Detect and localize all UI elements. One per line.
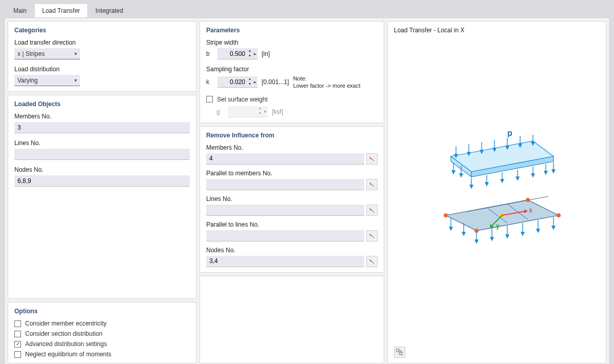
label-lo-members: Members No. [14, 113, 190, 120]
svg-marker-35 [552, 170, 555, 173]
checkbox-advanced[interactable] [14, 341, 21, 348]
svg-point-41 [526, 198, 530, 202]
pick-button-par-members[interactable] [366, 179, 378, 190]
svg-marker-19 [452, 171, 455, 174]
symbol-b: b [206, 50, 213, 57]
input-lo-lines[interactable] [14, 149, 190, 160]
spin-right-icon[interactable]: ▸ [252, 48, 258, 59]
tab-load-transfer[interactable]: Load Transfer [35, 4, 87, 17]
preview-diagram: p [394, 38, 600, 347]
panel-parameters: Parameters Stripe width b ▴▾ ▸ [in] Samp… [200, 21, 384, 123]
spin-down-icon[interactable]: ▾ [247, 82, 252, 87]
input-rm-lines[interactable] [206, 205, 364, 216]
svg-rect-67 [397, 349, 399, 352]
svg-marker-25 [485, 183, 488, 186]
input-rm-par-lines[interactable] [206, 230, 364, 241]
note-sampling: Note: Lower factor -> more exact [293, 75, 360, 90]
svg-marker-58 [490, 237, 493, 240]
spinner-stripe-width[interactable]: ▴▾ ▸ [217, 48, 258, 59]
svg-marker-33 [544, 171, 547, 174]
svg-marker-64 [537, 229, 540, 232]
input-sampling-factor[interactable] [217, 76, 247, 88]
svg-text:y: y [496, 223, 500, 230]
label-set-weight: Set surface weight [217, 96, 268, 103]
panel-title-categories: Categories [14, 27, 190, 34]
label-stripe-width: Stripe width [206, 39, 378, 46]
svg-marker-62 [521, 232, 524, 235]
symbol-g: g [216, 108, 224, 115]
panel-preview: Load Transfer - Local in X p [387, 21, 606, 363]
spinner-sampling-factor[interactable]: ▴▾ ▸ [217, 76, 258, 88]
chevron-down-icon: ▾ [74, 51, 77, 56]
panel-title-options: Options [14, 308, 190, 315]
preview-tool-button[interactable] [394, 347, 405, 358]
label-distribution: Load distribution [14, 66, 190, 73]
svg-marker-31 [531, 174, 534, 177]
label-rm-par-members: Parallel to members No. [206, 170, 378, 177]
svg-text:p: p [507, 129, 512, 137]
svg-marker-54 [462, 232, 465, 235]
select-direction[interactable]: x | Stripes ▾ [14, 48, 80, 59]
svg-marker-21 [460, 174, 463, 177]
chevron-down-icon: ▾ [74, 77, 77, 83]
svg-point-42 [557, 213, 561, 217]
panel-options: Options Consider member eccentricity Con… [8, 302, 196, 363]
label-advanced: Advanced distribution settings [25, 340, 107, 348]
svg-marker-52 [449, 227, 452, 230]
label-rm-nodes: Nodes No. [206, 247, 378, 254]
label-eccentricity: Consider member eccentricity [25, 320, 107, 327]
unit-in: [in] [262, 50, 270, 57]
panel-title-parameters: Parameters [206, 27, 378, 34]
svg-marker-29 [516, 177, 519, 180]
panel-title-remove: Remove Influence from [206, 132, 378, 139]
label-sampling-factor: Sampling factor [206, 66, 378, 73]
checkbox-eccentricity[interactable] [14, 320, 21, 327]
panel-remove-influence: Remove Influence from Members No. Parall… [200, 126, 384, 273]
label-neglect: Neglect equilibrium of moments [25, 351, 111, 358]
select-distribution[interactable]: Varying ▾ [14, 75, 80, 86]
svg-marker-60 [506, 235, 509, 238]
spin-up-icon[interactable]: ▴ [247, 49, 252, 54]
input-rm-nodes[interactable] [206, 256, 364, 267]
preview-title: Load Transfer - Local in X [394, 27, 600, 34]
panel-empty [200, 276, 384, 363]
label-rm-lines: Lines No. [206, 195, 378, 203]
svg-text:x: x [529, 207, 532, 214]
pick-button-nodes[interactable] [366, 256, 378, 267]
load-transfer-diagram: p [420, 126, 574, 259]
symbol-k: k [206, 78, 213, 86]
input-rm-members[interactable] [206, 153, 364, 165]
pick-button-lines[interactable] [366, 205, 378, 216]
svg-marker-27 [501, 179, 504, 183]
pick-button-members[interactable] [366, 153, 378, 165]
input-g [228, 106, 258, 117]
svg-marker-56 [475, 240, 478, 243]
label-lo-nodes: Nodes No. [14, 166, 190, 173]
spin-down-icon[interactable]: ▾ [247, 54, 252, 59]
checkbox-set-weight[interactable] [206, 96, 213, 103]
tab-integrated[interactable]: Integrated [88, 4, 130, 17]
label-direction: Load transfer direction [14, 39, 190, 46]
checkbox-neglect[interactable] [14, 351, 21, 358]
label-lo-lines: Lines No. [14, 139, 190, 147]
label-section-dist: Consider section distribution [25, 330, 103, 337]
input-stripe-width[interactable] [217, 48, 247, 59]
input-lo-nodes[interactable] [14, 175, 190, 187]
label-rm-par-lines: Parallel to lines No. [206, 221, 378, 228]
label-rm-members: Members No. [206, 144, 378, 151]
input-rm-par-members[interactable] [206, 179, 364, 190]
unit-ksf: [ksf] [272, 108, 283, 115]
spin-right-icon[interactable]: ▸ [252, 76, 258, 88]
checkbox-section-dist[interactable] [14, 331, 21, 337]
panel-title-loaded-objects: Loaded Objects [14, 100, 190, 108]
svg-marker-66 [552, 226, 555, 229]
tab-main[interactable]: Main [6, 4, 34, 17]
panel-categories: Categories Load transfer direction x | S… [8, 21, 196, 92]
pick-button-par-lines[interactable] [366, 230, 378, 241]
svg-point-40 [444, 213, 448, 217]
svg-marker-23 [470, 185, 473, 188]
panel-loaded-objects: Loaded Objects Members No. Lines No. Nod… [8, 95, 196, 299]
spinner-g: ▴▾ ▸ [228, 106, 268, 117]
input-lo-members[interactable] [14, 122, 190, 133]
range-sampling: [0.001...1] [262, 78, 289, 86]
